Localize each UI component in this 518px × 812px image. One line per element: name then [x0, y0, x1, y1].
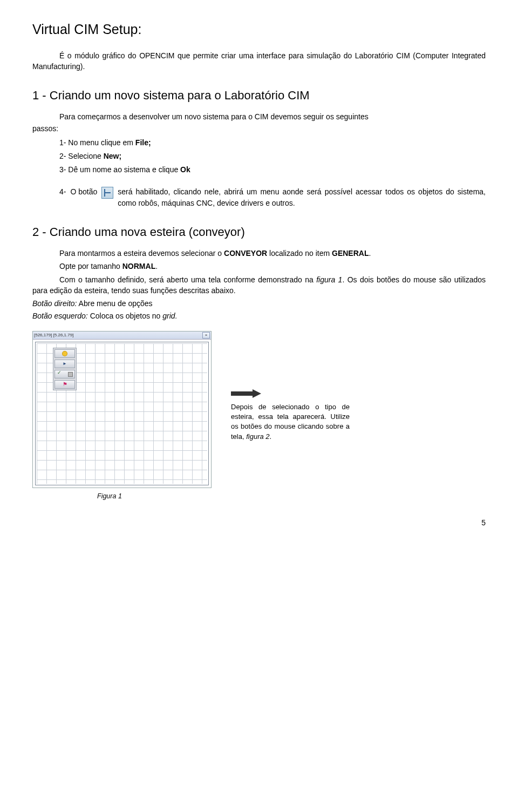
section-1-steps: 1- No menu clique em File; 2- Selecione … — [32, 137, 486, 175]
step-2: 2- Selecione New; — [32, 151, 486, 162]
figure-1-annotation: Depois de selecionado o tipo de esteira,… — [231, 389, 350, 442]
section-1-heading: 1 - Criando um novo sistema para o Labor… — [32, 89, 486, 103]
step-4: 4- O botão será habilitado, clicando nel… — [32, 186, 486, 209]
figure-1-titlebar: [526,179] [5.26,1.79] × — [33, 331, 211, 340]
step-3: 3- Dê um nome ao sistema e clique Ok — [32, 164, 486, 175]
section-1-lead: Para começarmos a desenvolver um novo si… — [32, 111, 486, 122]
toolbar-object-button-icon — [101, 187, 113, 199]
palette-flag-icon — [54, 380, 75, 389]
figure-1-container: [526,179] [5.26,1.79] × Figura 1 — [32, 331, 212, 500]
arrow-icon — [231, 389, 263, 398]
page-number: 5 — [32, 518, 486, 527]
section-2-p4: Botão direito: Abre menu de opções — [32, 298, 486, 309]
section-2-heading: 2 - Criando uma nova esteira (conveyor) — [32, 225, 486, 239]
figure-1-grid — [37, 343, 207, 484]
close-icon: × — [202, 332, 210, 339]
figure-1-palette — [53, 348, 77, 390]
page-title: Virtual CIM Setup: — [32, 22, 486, 37]
figure-1-grid-frame — [35, 342, 209, 485]
figure-1-body — [33, 340, 211, 488]
section-1-passos: passos: — [32, 123, 486, 134]
section-2-p3: Com o tamanho definido, será aberto uma … — [32, 274, 486, 296]
intro-paragraph: É o módulo gráfico do OPENCIM que permit… — [32, 50, 486, 72]
figure-1-window: [526,179] [5.26,1.79] × — [32, 331, 212, 488]
figure-1-titlebar-text: [526,179] [5.26,1.79] — [34, 333, 73, 337]
figure-1-row: [526,179] [5.26,1.79] × Figura 1 — [32, 331, 486, 500]
figure-1-caption: Depois de selecionado o tipo de esteira,… — [231, 402, 350, 442]
palette-sun-icon — [54, 349, 75, 358]
section-2-p2: Opte por tamanho NORMAL. — [32, 261, 486, 272]
step-1: 1- No menu clique em File; — [32, 137, 486, 148]
palette-check-icon — [54, 370, 75, 378]
section-2-p1: Para montarmos a esteira devemos selecio… — [32, 248, 486, 259]
palette-arrow-icon — [54, 360, 75, 368]
figure-1-label: Figura 1 — [97, 492, 212, 500]
section-2-p5: Botão esquerdo: Coloca os objetos no gri… — [32, 310, 486, 321]
